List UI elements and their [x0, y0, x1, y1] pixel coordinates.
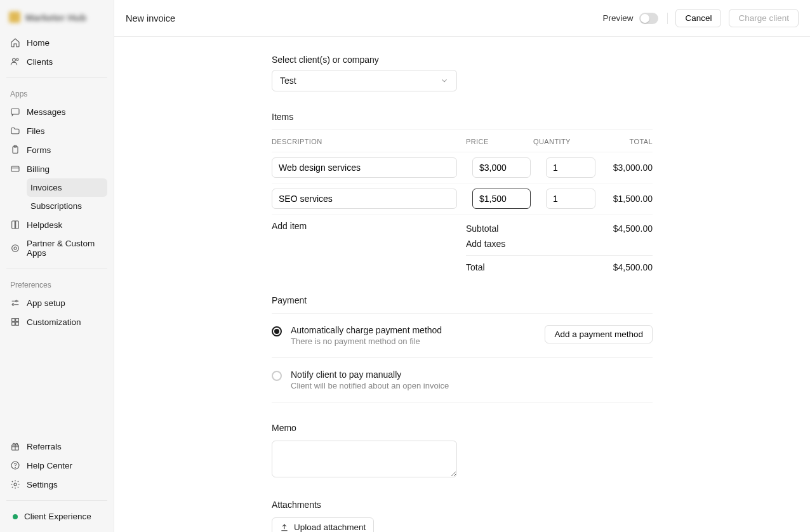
preview-label: Preview — [602, 13, 633, 23]
sidebar-item-label: Clients — [27, 57, 53, 67]
svg-point-16 — [15, 467, 16, 468]
sidebar-item-customization[interactable]: Customization — [6, 312, 107, 331]
svg-point-1 — [17, 58, 18, 60]
items-label: Items — [272, 112, 653, 122]
sidebar-item-invoices[interactable]: Invoices — [27, 178, 107, 197]
sidebar-item-label: App setup — [27, 298, 65, 308]
item-total: $1,500.00 — [609, 194, 653, 204]
sidebar-item-app-setup[interactable]: App setup — [6, 293, 107, 312]
sidebar-item-label: Files — [27, 126, 45, 136]
divider — [6, 269, 107, 269]
pay-auto-title: Automatically charge payment method — [291, 325, 536, 335]
grid-icon — [10, 317, 20, 327]
add-item-link[interactable]: Add item — [272, 221, 466, 275]
sidebar-item-home[interactable]: Home — [6, 33, 107, 52]
sidebar-item-referrals[interactable]: Referrals — [6, 437, 107, 456]
header-quantity: QUANTITY — [533, 138, 590, 145]
topbar: New invoice Preview Cancel Charge client — [114, 0, 810, 37]
upload-label: Upload attachment — [294, 522, 366, 532]
sidebar-item-billing[interactable]: Billing — [6, 159, 107, 178]
chevron-down-icon — [440, 76, 449, 85]
svg-point-8 — [16, 300, 18, 302]
client-label: Select client(s) or company — [272, 55, 653, 65]
item-price-input[interactable] — [472, 157, 531, 178]
radio-auto[interactable] — [272, 326, 282, 336]
svg-rect-2 — [11, 109, 19, 114]
sidebar-item-help-center[interactable]: Help Center — [6, 456, 107, 475]
svg-rect-12 — [12, 323, 15, 326]
sidebar-item-partner-apps[interactable]: Partner & Custom Apps — [6, 234, 107, 262]
sidebar-item-label: Client Experience — [24, 512, 91, 521]
home-icon — [10, 37, 20, 48]
svg-rect-13 — [16, 323, 19, 326]
brand-logo — [9, 11, 20, 23]
help-icon — [10, 460, 20, 470]
book-icon — [10, 220, 20, 230]
pay-manual-sub: Client will be notified about an open in… — [291, 381, 653, 390]
total-label: Total — [466, 262, 485, 272]
payment-option-manual[interactable]: Notify client to pay manually Client wil… — [272, 358, 653, 402]
sidebar-item-label: Billing — [27, 164, 50, 174]
folder-icon — [10, 126, 20, 136]
client-select[interactable]: Test — [272, 70, 457, 91]
sidebar-item-settings[interactable]: Settings — [6, 475, 107, 494]
sidebar-item-clients[interactable]: Clients — [6, 52, 107, 71]
upload-attachment-button[interactable]: Upload attachment — [272, 517, 374, 532]
memo-input[interactable] — [272, 441, 457, 477]
header-price: PRICE — [466, 138, 533, 145]
users-icon — [10, 57, 20, 67]
divider — [6, 500, 107, 501]
sidebar-item-subscriptions[interactable]: Subscriptions — [27, 197, 107, 215]
item-price-input[interactable] — [472, 189, 531, 209]
sidebar-item-label: Subscriptions — [30, 201, 82, 211]
item-total: $3,000.00 — [609, 163, 653, 173]
cancel-button[interactable]: Cancel — [675, 9, 721, 27]
item-description-input[interactable] — [272, 157, 457, 178]
gear-icon — [10, 479, 20, 489]
svg-point-9 — [12, 303, 14, 305]
sidebar-item-label: Messages — [27, 107, 66, 117]
item-qty-input[interactable] — [546, 157, 595, 178]
pay-manual-title: Notify client to pay manually — [291, 369, 653, 380]
subtotal-label: Subtotal — [466, 223, 498, 234]
brand-name: Marketer Hub — [25, 12, 86, 23]
svg-point-17 — [14, 483, 17, 486]
nav-heading-apps: Apps — [0, 83, 114, 101]
clipboard-icon — [10, 145, 20, 155]
sidebar-item-label: Customization — [27, 317, 81, 327]
nav-heading-prefs: Preferences — [0, 274, 114, 292]
client-select-value: Test — [280, 76, 296, 86]
puzzle-icon — [10, 243, 20, 253]
sidebar-item-files[interactable]: Files — [6, 121, 107, 140]
sidebar-item-forms[interactable]: Forms — [6, 140, 107, 159]
sidebar-item-client-experience[interactable]: Client Experience — [6, 507, 107, 526]
radio-manual[interactable] — [272, 371, 282, 381]
item-description-input[interactable] — [272, 189, 457, 209]
item-row: $1,500.00 — [272, 183, 653, 215]
sidebar-item-label: Forms — [27, 145, 51, 155]
charge-client-button[interactable]: Charge client — [729, 9, 799, 27]
attachments-label: Attachments — [272, 500, 653, 510]
payment-label: Payment — [272, 295, 653, 305]
item-qty-input[interactable] — [546, 189, 595, 209]
payment-option-auto[interactable]: Automatically charge payment method Ther… — [272, 314, 653, 358]
sidebar-item-helpdesk[interactable]: Helpdesk — [6, 215, 107, 234]
sidebar-item-label: Referrals — [27, 442, 62, 451]
status-dot-icon — [13, 514, 18, 519]
svg-rect-10 — [12, 319, 15, 322]
svg-rect-5 — [11, 166, 19, 171]
sidebar-item-label: Partner & Custom Apps — [27, 239, 103, 258]
add-taxes-link[interactable]: Add taxes — [466, 239, 505, 249]
svg-point-7 — [14, 247, 17, 249]
gift-icon — [10, 441, 20, 451]
sidebar: Marketer Hub Home Clients Apps Messages … — [0, 0, 114, 532]
upload-icon — [280, 523, 289, 532]
header-description: DESCRIPTION — [272, 138, 466, 145]
preview-toggle[interactable] — [639, 13, 658, 24]
card-icon — [10, 164, 20, 174]
sidebar-item-messages[interactable]: Messages — [6, 102, 107, 121]
svg-point-0 — [13, 58, 16, 62]
total-value: $4,500.00 — [613, 262, 653, 272]
add-payment-method-button[interactable]: Add a payment method — [545, 325, 653, 343]
brand[interactable]: Marketer Hub — [0, 0, 114, 32]
